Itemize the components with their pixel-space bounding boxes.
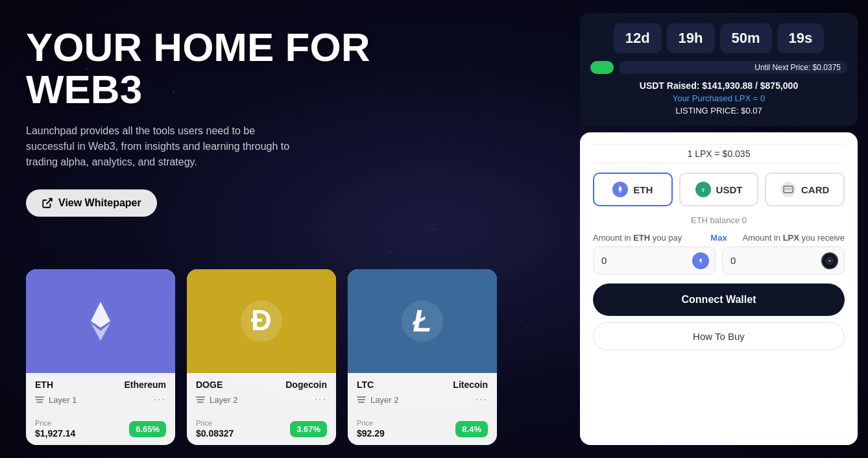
raised-text: USDT Raised: $141,930.88 / $875,000 [590,80,847,91]
receive-amount-label: Amount in LPX you receive [731,233,845,243]
external-link-icon [42,197,53,209]
timer-days: 12d [614,23,662,53]
amount-labels: Amount in ETH you pay Max Amount in LPX … [593,233,845,243]
hero-title-line2: WEB3 [26,67,142,112]
pay-amount-label: Amount in ETH you pay [593,233,706,243]
ltc-more-icon[interactable]: ··· [476,394,488,405]
ltc-logo: Ł [396,295,448,347]
ltc-price: $92.29 [357,428,385,439]
ltc-name: Litecoin [453,380,488,390]
input-row [593,247,845,274]
doge-name: Dogecoin [285,380,327,390]
eth-logo [75,295,127,347]
usdt-symbol-icon: T [699,185,708,194]
eth-symbol: ETH [35,380,53,390]
hero-title: YOUR HOME FOR WEB3 [26,26,544,110]
svg-marker-1 [91,302,110,328]
connect-wallet-button[interactable]: Connect Wallet [593,283,845,316]
progress-label: Until Next Price: $0.0375 [754,63,841,72]
tab-usdt-label: USDT [716,184,743,195]
doge-price: $0.08327 [196,428,234,439]
right-panel: 12d 19h 50m 19s Until Next Price: $0.037… [570,0,868,458]
eth-change-badge: 6.65% [129,421,166,437]
doge-symbol: DOGE [196,380,223,390]
timer-minutes: 50m [720,23,772,53]
tab-card[interactable]: CARD [765,173,845,206]
ltc-change-badge: 8.4% [455,421,488,437]
rate-text: 1 LPX = $0.035 [593,144,845,163]
doge-layer-stack-icon [196,396,205,403]
listing-text: LISTING PRICE: $0.07 [590,106,847,115]
tab-card-label: CARD [801,184,829,195]
eth-name: Ethereum [124,380,166,390]
ltc-card-image: Ł [348,269,497,373]
left-panel: YOUR HOME FOR WEB3 Launchpad provides al… [0,0,570,458]
timer-hours: 19h [667,23,715,53]
svg-text:Ł: Ł [412,304,431,338]
eth-price-label: Price [35,419,75,427]
ltc-layer-stack-icon [357,396,366,403]
progress-row: Until Next Price: $0.0375 [590,61,847,74]
lpx-input-icon-svg [826,257,834,265]
pay-input-icon [692,252,709,269]
hero-subtitle: Launchpad provides all the tools users n… [26,123,305,170]
svg-line-0 [47,199,52,204]
svg-marker-7 [618,186,622,191]
ltc-price-label: Price [357,419,385,427]
eth-card-image [26,269,175,373]
ltc-layer: Layer 2 [370,395,398,405]
card-tab-icon [780,182,796,197]
doge-price-label: Price [196,419,234,427]
max-button[interactable]: Max [710,233,727,243]
eth-layer: Layer 1 [49,395,77,405]
doge-change-badge: 3.67% [290,421,327,437]
purchased-text: Your Purchased LPX = 0 [590,93,847,103]
eth-input-icon-svg [697,258,704,264]
pay-currency: ETH [633,233,650,243]
receive-currency: LPX [783,233,799,243]
progress-green-block [590,61,614,74]
how-to-buy-button[interactable]: How To Buy [593,322,845,350]
pay-input-group [593,247,716,274]
doge-more-icon[interactable]: ··· [315,394,327,405]
doge-card-image: Ð [187,269,336,373]
eth-price: $1,927.14 [35,428,75,439]
timer-seconds: 19s [777,23,825,53]
eth-more-icon[interactable]: ··· [154,394,166,405]
eth-tab-icon [612,182,628,197]
eth-symbol-icon [616,185,625,194]
svg-rect-12 [784,188,793,190]
balance-text: ETH balance 0 [593,215,845,225]
timer-boxes: 12d 19h 50m 19s [590,23,847,53]
ltc-symbol: LTC [357,380,374,390]
tab-eth[interactable]: ETH [593,173,673,206]
doge-layer: Layer 2 [210,395,237,405]
rate-value: 1 LPX = $0.035 [688,149,751,159]
usdt-tab-icon: T [695,182,711,197]
buy-panel: 1 LPX = $0.035 ETH [580,132,858,445]
receive-input-icon [821,252,838,269]
svg-point-16 [828,259,831,262]
doge-logo: Ð [235,295,287,347]
card-symbol-icon [783,185,793,194]
hero-title-line1: YOUR HOME FOR [26,25,370,69]
whitepaper-button[interactable]: View Whitepaper [26,189,157,217]
receive-input-group [722,247,845,274]
payment-tabs: ETH T USDT [593,173,845,206]
progress-bar: Until Next Price: $0.0375 [619,61,847,74]
crypto-cards-container: ETH Ethereum Layer 1 ··· [26,269,544,445]
svg-marker-13 [699,258,702,261]
svg-text:T: T [701,187,705,193]
crypto-card-ltc: Ł LTC Litecoin Layer 2 [348,269,497,445]
tab-eth-label: ETH [633,184,653,195]
crypto-card-eth: ETH Ethereum Layer 1 ··· [26,269,175,445]
timer-section: 12d 19h 50m 19s Until Next Price: $0.037… [580,13,858,126]
crypto-card-doge: Ð DOGE Dogecoin Layer 2 [187,269,336,445]
layer-stack-icon [35,396,44,403]
svg-text:Ð: Ð [251,304,272,336]
tab-usdt[interactable]: T USDT [679,173,759,206]
